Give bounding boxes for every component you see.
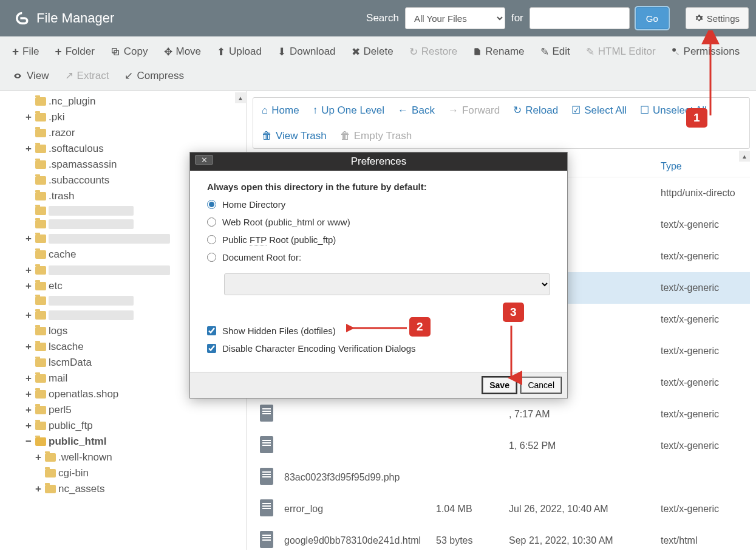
radio-public-ftp[interactable]: Public FTP Root (public_ftp) xyxy=(207,234,550,245)
table-row[interactable]: error_log 1.04 MB Jul 26, 2022, 10:40 AM… xyxy=(253,493,750,525)
edit-button[interactable]: ✎Edit xyxy=(533,40,577,63)
close-button[interactable]: ✕ xyxy=(195,155,213,165)
tree-label: .razor xyxy=(49,127,75,139)
edit-icon: ✎ xyxy=(586,46,594,58)
table-row[interactable]: google9d0bb78310de241d.html 53 bytes Sep… xyxy=(253,525,750,551)
tree-item[interactable]: −public_html xyxy=(0,434,246,450)
expander-icon[interactable]: + xyxy=(24,233,33,245)
search-scope-select[interactable]: All Your Files xyxy=(405,7,505,29)
tree-item[interactable]: +perl5 xyxy=(0,402,246,418)
folder-icon xyxy=(35,422,46,430)
radio-home-directory[interactable]: Home Directory xyxy=(207,199,550,210)
file-type: text/x-generic xyxy=(661,377,743,388)
expander-icon[interactable]: + xyxy=(24,388,33,400)
folder-icon xyxy=(35,296,46,305)
folder-icon xyxy=(35,311,46,320)
scroll-up-arrow[interactable]: ▲ xyxy=(739,151,750,162)
redacted-label xyxy=(49,296,134,306)
expander-icon[interactable]: + xyxy=(24,372,33,385)
tree-label: logs xyxy=(49,325,67,337)
expander-icon[interactable]: − xyxy=(24,436,33,448)
upload-button[interactable]: ⬆Upload xyxy=(209,40,269,63)
extract-button[interactable]: ↗Extract xyxy=(58,64,117,87)
tree-label: lscmData xyxy=(49,357,92,369)
document-root-select[interactable] xyxy=(224,273,550,295)
back-button[interactable]: ←Back xyxy=(398,104,435,117)
file-modified: 1, 6:52 PM xyxy=(509,440,661,451)
expander-icon[interactable]: + xyxy=(24,404,33,416)
expander-icon[interactable]: + xyxy=(24,341,33,353)
file-name: google9d0bb78310de241d.html xyxy=(284,535,436,546)
app-title: File Manager xyxy=(36,10,366,26)
empty-trash-button[interactable]: 🗑Empty Trash xyxy=(340,130,412,142)
tree-item[interactable]: .razor xyxy=(0,125,246,141)
upload-icon: ⬆ xyxy=(217,46,225,58)
tree-item[interactable]: +.well-known xyxy=(0,450,246,465)
restore-button[interactable]: ↻Restore xyxy=(402,40,465,63)
file-type: text/x-generic xyxy=(661,504,743,515)
tree-label: nc_assets xyxy=(58,483,105,495)
table-row[interactable]: 83ac0023f3d95f95d99.php xyxy=(253,462,750,493)
unselect-all-button[interactable]: ☐Unselect All xyxy=(640,104,707,117)
expander-icon[interactable]: + xyxy=(24,143,33,155)
go-button[interactable]: Go xyxy=(636,7,669,29)
radio-web-root[interactable]: Web Root (public_html or www) xyxy=(207,217,550,227)
expander-icon[interactable]: + xyxy=(34,483,43,495)
search-input[interactable] xyxy=(530,7,630,29)
extract-icon: ↗ xyxy=(65,69,73,82)
view-button[interactable]: View xyxy=(5,64,56,87)
tree-item[interactable]: +.pki xyxy=(0,109,246,125)
forward-button[interactable]: →Forward xyxy=(448,104,500,117)
scroll-up-arrow[interactable]: ▲ xyxy=(235,92,246,103)
redacted-label xyxy=(49,219,134,229)
html-editor-button[interactable]: ✎HTML Editor xyxy=(579,40,663,63)
eye-icon xyxy=(12,72,23,80)
compress-button[interactable]: ↙Compress xyxy=(117,64,191,87)
select-all-button[interactable]: ☑Select All xyxy=(571,104,627,117)
permissions-button[interactable]: Permissions xyxy=(664,40,747,63)
tree-item[interactable]: +nc_assets xyxy=(0,481,246,497)
expander-icon[interactable]: + xyxy=(24,111,33,123)
gear-icon xyxy=(695,14,703,22)
table-row[interactable]: 1, 6:52 PM text/x-generic xyxy=(253,430,750,462)
move-button[interactable]: ✥Move xyxy=(157,40,209,63)
back-icon: ← xyxy=(398,104,408,117)
file-type: text/x-generic xyxy=(661,314,743,325)
expander-icon[interactable]: + xyxy=(34,451,43,464)
tree-item[interactable]: +public_ftp xyxy=(0,418,246,434)
file-button[interactable]: +File xyxy=(5,40,47,63)
redacted-label xyxy=(49,206,134,216)
file-name: 83ac0023f3d95f95d99.php xyxy=(284,472,436,483)
settings-button[interactable]: Settings xyxy=(686,7,749,29)
tree-label: .softaculous xyxy=(49,143,104,155)
table-row[interactable]: , 7:17 AM text/x-generic xyxy=(253,399,750,430)
expander-icon[interactable]: + xyxy=(24,420,33,432)
file-size: 1.04 MB xyxy=(436,504,509,515)
copy-button[interactable]: Copy xyxy=(103,40,155,63)
save-button[interactable]: Save xyxy=(483,377,516,393)
cancel-button[interactable]: Cancel xyxy=(521,377,561,393)
tree-label: perl5 xyxy=(49,404,72,416)
expander-icon[interactable]: + xyxy=(24,309,33,321)
tree-label: .well-known xyxy=(58,451,112,464)
rename-button[interactable]: Rename xyxy=(466,40,531,63)
delete-button[interactable]: ✖Delete xyxy=(344,40,401,63)
home-button[interactable]: ⌂Home xyxy=(262,104,299,117)
cpanel-logo xyxy=(7,6,32,30)
checkbox-disable-encoding[interactable]: Disable Character Encoding Verification … xyxy=(207,343,550,354)
checkbox-show-hidden[interactable]: Show Hidden Files (dotfiles) xyxy=(207,326,550,336)
tree-item[interactable]: cgi-bin xyxy=(0,465,246,481)
tree-item[interactable]: .nc_plugin xyxy=(0,94,246,109)
up-level-button[interactable]: ↑Up One Level xyxy=(313,104,384,117)
expander-icon[interactable]: + xyxy=(24,280,33,292)
reload-button[interactable]: ↻Reload xyxy=(513,104,558,117)
folder-icon xyxy=(35,282,46,290)
dialog-header: ✕ Preferences xyxy=(190,152,567,171)
expander-icon[interactable]: + xyxy=(24,264,33,276)
radio-document-root[interactable]: Document Root for: xyxy=(207,252,550,262)
folder-button[interactable]: +Folder xyxy=(48,40,102,63)
file-size: 53 bytes xyxy=(436,535,509,546)
file-name: error_log xyxy=(284,504,436,515)
view-trash-button[interactable]: 🗑View Trash xyxy=(262,130,327,142)
download-button[interactable]: ⬇Download xyxy=(270,40,343,63)
